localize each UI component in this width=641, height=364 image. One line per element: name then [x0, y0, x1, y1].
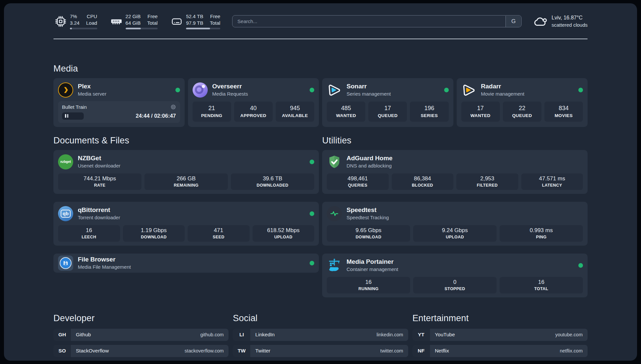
bookmark-url: stackoverflow.com	[185, 348, 224, 353]
app-name: Plex	[78, 83, 107, 90]
bookmark-url: youtube.com	[555, 332, 583, 337]
stat-tile: 834 MOVIES	[544, 102, 583, 122]
bookmark-twitter[interactable]: TW Twitter twitter.com	[233, 345, 408, 357]
radarr-icon	[461, 82, 476, 98]
status-online-dot	[175, 88, 180, 92]
hard-drive-icon	[169, 15, 184, 28]
app-description: Torrent downloader	[78, 215, 120, 221]
status-online-dot	[310, 261, 314, 265]
app-card-radarr[interactable]: Radarr Movie management 17 WANTED 22 QUE…	[457, 78, 588, 127]
qbittorrent-icon: qb	[58, 206, 73, 221]
bookmark-abbr: TW	[233, 345, 250, 357]
bookmark-github[interactable]: GH Github github.com	[53, 329, 229, 341]
bookmarks-social: Social LI LinkedIn linkedin.com TW Twitt…	[233, 313, 408, 361]
stat-tile: 16 LEECH	[58, 225, 120, 242]
app-card-qbittorrent[interactable]: qb qBittorrent Torrent downloader 16 LEE…	[53, 202, 319, 246]
weather-widget: Lviv, 16.87°C scattered clouds	[534, 14, 588, 29]
documents-column: Documents & Files nzbget NZBGet Usenet d…	[53, 136, 319, 297]
bookmark-netflix[interactable]: NF Netflix netflix.com	[412, 345, 588, 357]
app-description: Media Requests	[212, 91, 248, 97]
stat-tile: 16 RUNNING	[327, 277, 410, 293]
playback-progress[interactable]	[62, 112, 84, 120]
app-card-speedtest[interactable]: Speedtest Speedtest Tracking 9.65 Gbps D…	[322, 202, 588, 246]
bookmark-name: Github	[76, 332, 91, 338]
status-online-dot	[310, 211, 314, 216]
app-card-portainer[interactable]: Media Portainer Container management 16 …	[322, 254, 588, 297]
session-icon[interactable]	[170, 104, 176, 110]
app-card-plex[interactable]: Plex Media server Bullet Train	[53, 78, 185, 127]
stat-tile: 9.24 Gbps UPLOAD	[413, 225, 497, 242]
app-name: Media Portainer	[347, 258, 398, 266]
stat-tile: 2,953 FILTERED	[456, 173, 518, 190]
stat-tile: 471 SEED	[188, 225, 250, 242]
app-card-sonarr[interactable]: Sonarr Series management 485 WANTED 17 Q…	[322, 78, 453, 127]
stat-tile: 16 TOTAL	[500, 277, 583, 293]
cpu-chip-icon	[53, 15, 68, 28]
bookmark-linkedin[interactable]: LI LinkedIn linkedin.com	[233, 329, 408, 341]
dashboard: 7% 3.24 CPU Load	[4, 3, 637, 361]
bookmarks-entertainment: Entertainment YT YouTube youtube.com NF …	[412, 313, 588, 361]
ram-icon	[109, 15, 124, 28]
app-name: NZBGet	[78, 155, 120, 162]
stat-tile: 498,461 QUERIES	[327, 173, 389, 190]
bookmark-youtube[interactable]: YT YouTube youtube.com	[412, 329, 588, 341]
stat-tile: 945 AVAILABLE	[276, 102, 314, 122]
weather-location-temp: Lviv, 16.87°C	[552, 14, 588, 21]
app-description: Speedtest Tracking	[347, 215, 389, 221]
overseerr-icon	[193, 82, 208, 98]
app-name: Overseerr	[212, 83, 248, 90]
bookmark-stackoverflow[interactable]: SO StackOverflow stackoverflow.com	[53, 345, 229, 357]
stat-tile: 1.19 Gbps DOWNLOAD	[123, 225, 185, 242]
section-title-entertainment: Entertainment	[412, 313, 588, 323]
cpu-usage-label: CPU	[86, 13, 97, 20]
section-title-utilities: Utilities	[322, 136, 588, 146]
app-card-filebrowser[interactable]: File Browser Media File Management	[53, 254, 319, 273]
bookmark-name: Twitter	[255, 348, 270, 354]
app-card-nzbget[interactable]: nzbget NZBGet Usenet downloader 744.21 M…	[53, 150, 319, 194]
bookmark-url: twitter.com	[380, 348, 403, 353]
top-bar: 7% 3.24 CPU Load	[53, 13, 588, 29]
stat-tile: 0 STOPPED	[413, 277, 497, 293]
app-name: AdGuard Home	[347, 155, 392, 162]
stat-tile: 21 PENDING	[193, 102, 231, 122]
bookmark-url: github.com	[200, 332, 224, 337]
bookmark-name: StackOverflow	[76, 348, 109, 354]
bookmark-name: YouTube	[435, 332, 455, 338]
status-online-dot	[578, 88, 583, 92]
nzbget-icon: nzbget	[58, 154, 73, 169]
app-description: Usenet downloader	[78, 163, 120, 169]
search-bar: G	[232, 15, 522, 27]
app-card-overseerr[interactable]: Overseerr Media Requests 21 PENDING 40 A…	[188, 78, 319, 127]
bookmark-abbr: LI	[233, 329, 250, 341]
scattered-clouds-icon	[534, 15, 547, 28]
search-input[interactable]	[232, 15, 522, 27]
search-engine-button[interactable]: G	[505, 16, 521, 27]
memory-free-label: Free	[147, 13, 158, 20]
memory-total-label: Total	[147, 20, 158, 26]
now-playing-title: Bullet Train	[62, 104, 87, 110]
stat-tile: 266 GB REMAINING	[144, 173, 228, 190]
app-name: File Browser	[78, 256, 131, 263]
stat-tile: 485 WANTED	[327, 102, 365, 122]
playback-time: 24:44 / 02:06:47	[136, 113, 176, 119]
stat-tile: 39.6 TB DOWNLOADED	[231, 173, 314, 190]
stat-tile: 17 QUEUED	[368, 102, 407, 122]
app-description: Movie management	[481, 91, 525, 97]
stat-tile: 40 APPROVED	[234, 102, 273, 122]
system-stats: 7% 3.24 CPU Load	[53, 13, 220, 29]
status-online-dot	[310, 160, 314, 164]
storage-free-value: 52.4 TB	[186, 13, 203, 20]
speedtest-icon	[327, 206, 342, 221]
app-card-adguard[interactable]: AdGuard Home DNS and adblocking 498,461 …	[322, 150, 588, 194]
memory-free-value: 22 GiB	[126, 13, 141, 20]
section-title-social: Social	[233, 313, 408, 323]
bookmark-name: Netflix	[435, 348, 449, 354]
app-name: Radarr	[481, 83, 525, 90]
stat-tile: 744.21 Mbps RATE	[58, 173, 141, 190]
weather-condition: scattered clouds	[552, 21, 588, 29]
pause-icon	[65, 114, 66, 118]
app-description: DNS and adblocking	[347, 163, 392, 169]
stat-tile: 9.65 Gbps DOWNLOAD	[327, 225, 410, 242]
stat-tile: 0.993 ms PING	[500, 225, 583, 242]
adguard-icon	[327, 154, 342, 169]
